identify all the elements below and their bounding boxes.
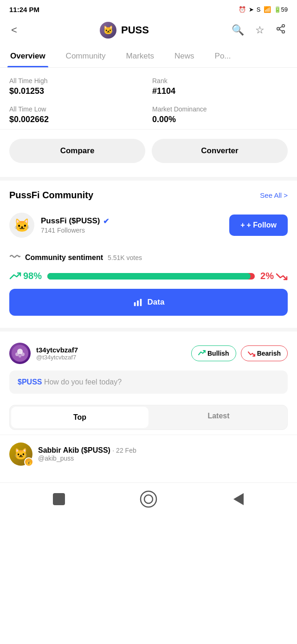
- post-header: 🐱 💰 Sabbir Akib ($PUSS) · 22 Feb @akib_p…: [9, 442, 288, 466]
- stat-all-time-low: All Time Low $0.002662: [9, 105, 145, 124]
- sentiment-bar: [47, 273, 255, 280]
- follow-label: + Follow: [247, 221, 277, 229]
- svg-point-10: [15, 352, 19, 356]
- sentiment-bar-row: 98% 2%: [9, 271, 288, 281]
- header: < 🐱 PUSS 🔍 ☆: [0, 17, 297, 45]
- sentiment-section: Community sentiment 5.51K votes 98% 2%: [0, 246, 297, 323]
- wifi-icon: 📶: [264, 6, 271, 13]
- sub-tab-latest[interactable]: Latest: [150, 405, 287, 429]
- community-card: 🐱 PussFi ($PUSS) ✔ 7141 Followers + + Fo…: [0, 208, 297, 246]
- alarm-icon: ⏰: [239, 6, 246, 13]
- post-input-area: t34ytcvbzaf7 @t34ytcvbzaf7 Bullish Beari…: [0, 336, 297, 400]
- tab-portfolio[interactable]: Po...: [205, 45, 241, 67]
- post-author-info: Sabbir Akib ($PUSS) · 22 Feb @akib_puss: [38, 446, 136, 462]
- svg-marker-16: [233, 493, 244, 505]
- svg-rect-13: [53, 493, 65, 505]
- post-input-box[interactable]: $PUSS How do you feel today?: [9, 371, 288, 394]
- search-button[interactable]: 🔍: [230, 22, 246, 38]
- stat-market-dominance: Market Dominance 0.00%: [152, 105, 288, 124]
- community-followers: 7141 Followers: [41, 227, 229, 234]
- see-all-link[interactable]: See All >: [260, 191, 288, 199]
- svg-point-11: [21, 352, 25, 356]
- post-handle: @t34ytcvbzaf7: [36, 354, 78, 361]
- data-button[interactable]: Data: [9, 289, 288, 316]
- bullish-button[interactable]: Bullish: [191, 345, 236, 361]
- bearish-percent: 2%: [260, 271, 288, 281]
- signal-icon: S: [257, 6, 261, 13]
- location-icon: ➤: [249, 6, 254, 13]
- community-section-header: PussFi Community See All >: [0, 185, 297, 208]
- page-title: PUSS: [121, 24, 149, 36]
- stat-rank: Rank #1104: [152, 77, 288, 96]
- community-section-title: PussFi Community: [9, 190, 93, 201]
- post-author-avatar: 🐱 💰: [9, 442, 32, 466]
- sentiment-title: Community sentiment: [25, 254, 103, 262]
- bottom-nav: [0, 482, 297, 518]
- star-button[interactable]: ☆: [253, 22, 266, 38]
- svg-line-4: [279, 26, 282, 28]
- community-info: PussFi ($PUSS) ✔ 7141 Followers: [41, 216, 229, 234]
- section-divider-2: [0, 328, 297, 332]
- post-author-name: Sabbir Akib ($PUSS) · 22 Feb: [38, 446, 136, 455]
- post-input-ticker: $PUSS: [18, 378, 42, 386]
- sub-tab-top[interactable]: Top: [11, 407, 148, 428]
- bearish-button[interactable]: Bearish: [241, 345, 288, 361]
- chart-icon: [133, 297, 143, 307]
- share-button[interactable]: [274, 22, 288, 39]
- post-coin-badge: 💰: [24, 457, 33, 467]
- header-center: 🐱 PUSS: [100, 22, 149, 39]
- svg-point-0: [282, 25, 285, 27]
- svg-point-15: [144, 495, 153, 503]
- sentiment-bar-fill: [47, 273, 251, 280]
- data-btn-label: Data: [148, 298, 165, 307]
- svg-point-2: [282, 31, 285, 33]
- converter-button[interactable]: Converter: [152, 139, 288, 163]
- coin-icon: 🐱: [100, 22, 116, 39]
- tab-overview[interactable]: Overview: [0, 45, 56, 67]
- back-button[interactable]: <: [9, 22, 19, 38]
- sentiment-votes: 5.51K votes: [108, 254, 142, 261]
- header-actions: 🔍 ☆: [230, 22, 288, 39]
- svg-rect-6: [137, 300, 139, 306]
- svg-line-3: [279, 29, 282, 31]
- nav-circle-button[interactable]: [139, 489, 158, 509]
- tab-markets[interactable]: Markets: [116, 45, 164, 67]
- sentiment-wave-icon: [9, 251, 20, 264]
- status-icons: ⏰ ➤ S 📶 🔋59: [239, 6, 288, 13]
- status-bar: 11:24 PM ⏰ ➤ S 📶 🔋59: [0, 0, 297, 17]
- stat-all-time-high: All Time High $0.01253: [9, 77, 145, 96]
- follow-button[interactable]: + + Follow: [229, 215, 288, 236]
- verified-badge-icon: ✔: [103, 217, 109, 226]
- svg-point-14: [141, 491, 156, 507]
- bullish-percent: 98%: [9, 271, 42, 281]
- stats-grid: All Time High $0.01253 Rank #1104 All Ti…: [0, 68, 297, 130]
- post-user-avatar: [9, 343, 31, 364]
- tabs: Overview Community Markets News Po...: [0, 45, 297, 68]
- svg-rect-7: [140, 299, 142, 306]
- compare-button[interactable]: Compare: [9, 139, 145, 163]
- section-divider: [0, 177, 297, 181]
- post-author-handle: @akib_puss: [38, 455, 136, 462]
- nav-back-button[interactable]: [228, 489, 248, 509]
- sentiment-action-btns: Bullish Bearish: [191, 345, 288, 361]
- action-buttons: Compare Converter: [0, 130, 297, 172]
- post-user-info: t34ytcvbzaf7 @t34ytcvbzaf7: [36, 346, 78, 361]
- follow-plus-icon: +: [240, 221, 245, 229]
- svg-point-12: [19, 355, 21, 358]
- sub-tabs: Top Latest: [9, 405, 288, 430]
- post-username: t34ytcvbzaf7: [36, 346, 78, 354]
- post-user-row: t34ytcvbzaf7 @t34ytcvbzaf7 Bullish Beari…: [9, 343, 288, 364]
- battery-icon: 🔋59: [274, 6, 288, 13]
- nav-square-button[interactable]: [49, 489, 69, 509]
- post-card: 🐱 💰 Sabbir Akib ($PUSS) · 22 Feb @akib_p…: [0, 435, 297, 473]
- tab-community[interactable]: Community: [56, 45, 116, 67]
- post-input-placeholder: How do you feel today?: [42, 378, 122, 386]
- svg-point-1: [277, 27, 280, 30]
- tab-news[interactable]: News: [164, 45, 205, 67]
- svg-rect-5: [134, 302, 136, 306]
- status-time: 11:24 PM: [9, 6, 39, 13]
- community-name-text: PussFi ($PUSS): [41, 216, 100, 226]
- community-avatar: 🐱: [9, 213, 34, 238]
